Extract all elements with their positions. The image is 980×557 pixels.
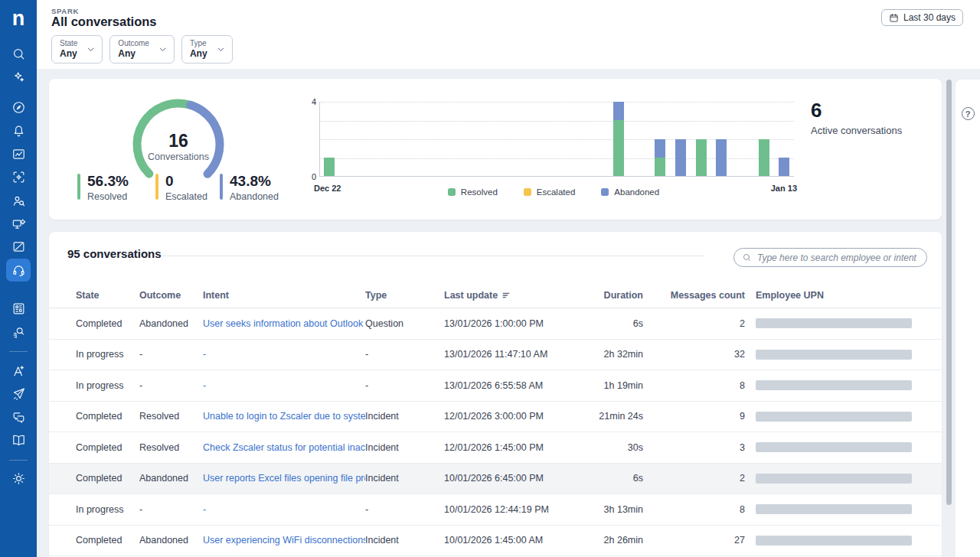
stat-resolved: 56.3% Resolved: [77, 174, 129, 202]
sidebar-item-discover[interactable]: [6, 96, 31, 118]
intent-link[interactable]: -: [203, 349, 206, 360]
bar-chart-plot-area: 4 0 Dec 22 Jan 13: [319, 102, 794, 177]
cell-messages-count: 9: [643, 411, 745, 422]
intent-link[interactable]: Unable to login to Zscaler due to syste.…: [203, 411, 365, 422]
sidebar-item-devices[interactable]: [6, 213, 31, 234]
sidebar-item-spark-conversations[interactable]: [6, 259, 31, 282]
bar-segment-resolved: [324, 158, 335, 176]
sidebar-item-library[interactable]: [6, 429, 31, 451]
help-icon[interactable]: ?: [962, 107, 975, 120]
cell-last-update: 12/01/2026 3:00:00 PM: [444, 411, 582, 422]
intent-link[interactable]: User reports Excel files opening file pr…: [203, 473, 365, 484]
table-row[interactable]: CompletedAbandonedUser reports Excel fil…: [49, 464, 942, 495]
sidebar-item-campaigns[interactable]: [6, 236, 31, 257]
cell-messages-count: 8: [643, 504, 745, 515]
column-header-state[interactable]: State: [76, 290, 139, 301]
sidebar-item-engage[interactable]: [6, 406, 31, 428]
device-gear-icon: [11, 217, 26, 231]
column-header-duration[interactable]: Duration: [582, 290, 643, 301]
table-row[interactable]: CompletedAbandonedUser seeks information…: [49, 308, 942, 340]
cell-duration: 1h 19min: [582, 380, 643, 391]
cell-employee-upn: [745, 318, 912, 328]
cell-intent: User seeks information about Outlook ...: [203, 318, 365, 329]
sidebar-item-ai-assist[interactable]: [6, 66, 31, 87]
cell-duration: 3h 13min: [582, 504, 643, 515]
cell-intent: Check Zscaler status for potential inact…: [203, 442, 365, 453]
cell-last-update: 10/01/2026 12:44:19 PM: [444, 504, 582, 515]
stacked-bar: [324, 102, 335, 176]
sidebar-item-alerts[interactable]: [6, 119, 31, 141]
sidebar-item-adoption[interactable]: [6, 360, 31, 381]
cell-employee-upn: [745, 442, 912, 452]
sidebar-item-settings[interactable]: [6, 467, 31, 489]
column-header-outcome[interactable]: Outcome: [139, 290, 203, 301]
title-divider: [161, 256, 704, 256]
intent-link[interactable]: -: [203, 380, 206, 391]
sidebar-item-launch[interactable]: [6, 383, 31, 404]
stacked-bar: [696, 102, 707, 176]
sidebar-item-applications[interactable]: [6, 298, 31, 319]
stacked-bar: [759, 102, 769, 176]
stat-value: 56.3%: [87, 174, 129, 189]
cell-last-update: 10/01/2026 6:45:00 PM: [444, 473, 582, 484]
cell-outcome: -: [139, 504, 203, 515]
table-row[interactable]: CompletedResolvedCheck Zscaler status fo…: [49, 432, 942, 464]
cell-type: -: [365, 504, 444, 515]
filter-outcome[interactable]: Outcome Any: [109, 35, 175, 64]
cell-employee-upn: [745, 412, 912, 422]
sidebar-item-employee-search[interactable]: [6, 190, 31, 211]
cell-employee-upn: [745, 350, 912, 360]
employee-upn-redacted-bar: [756, 504, 912, 514]
conversations-table-body: CompletedAbandonedUser seeks information…: [49, 308, 942, 556]
intent-link[interactable]: User experiencing WiFi disconnections: [203, 535, 365, 546]
cell-state: Completed: [76, 535, 139, 546]
conversations-card: 95 conversations State Outcome Intent Ty…: [49, 232, 942, 557]
sidebar-item-dashboards[interactable]: [6, 143, 31, 164]
filter-label: Type: [190, 39, 207, 47]
column-header-employee-upn[interactable]: Employee UPN: [745, 290, 912, 301]
table-row[interactable]: CompletedAbandonedUser experiencing WiFi…: [49, 526, 942, 557]
column-header-intent[interactable]: Intent: [203, 290, 365, 301]
column-header-last-update[interactable]: Last update: [444, 290, 582, 301]
intent-link[interactable]: User seeks information about Outlook ...: [203, 318, 365, 329]
intent-link[interactable]: Check Zscaler status for potential inact…: [203, 442, 365, 453]
legend-label: Escalated: [537, 187, 576, 197]
table-row[interactable]: In progress---13/01/2026 6:55:58 AM1h 19…: [49, 370, 942, 402]
vertical-scrollbar-thumb[interactable]: [946, 80, 952, 505]
column-header-messages-count[interactable]: Messages count: [643, 290, 745, 301]
active-conversations: 6 Active conversations: [811, 99, 902, 136]
cell-messages-count: 2: [643, 473, 745, 484]
table-row[interactable]: In progress---13/01/2026 11:47:10 AM2h 3…: [49, 340, 942, 371]
cell-outcome: Abandoned: [139, 535, 203, 546]
date-range-button[interactable]: Last 30 days: [881, 9, 963, 26]
nexthink-logo[interactable]: n: [0, 3, 37, 34]
table-row[interactable]: In progress---10/01/2026 12:44:19 PM3h 1…: [49, 494, 942, 526]
intent-link[interactable]: -: [203, 504, 206, 515]
sidebar-item-search[interactable]: [6, 43, 31, 64]
cell-outcome: Abandoned: [139, 318, 203, 329]
stat-label: Abandoned: [230, 191, 279, 202]
cell-outcome: Resolved: [139, 442, 203, 453]
cell-state: In progress: [76, 504, 139, 515]
legend-swatch: [601, 188, 609, 196]
bar-segment-abandoned: [779, 158, 789, 176]
sidebar-item-investigations[interactable]: [6, 321, 31, 343]
column-header-type[interactable]: Type: [365, 290, 444, 301]
filter-type[interactable]: Type Any: [181, 35, 233, 64]
search-input[interactable]: [757, 252, 919, 263]
cell-employee-upn: [745, 504, 912, 514]
filter-state[interactable]: State Any: [51, 35, 103, 64]
sidebar-divider: [9, 351, 28, 352]
sidebar-item-diagnose[interactable]: [6, 166, 31, 187]
filter-value: Any: [118, 48, 149, 59]
gauge-label: Conversations: [128, 151, 229, 162]
sidebar-divider: [9, 460, 28, 461]
table-row[interactable]: CompletedResolvedUnable to login to Zsca…: [49, 402, 942, 433]
y-axis-tick-max: 4: [312, 97, 316, 106]
search-box[interactable]: [733, 248, 927, 267]
stacked-bar: [675, 102, 686, 176]
cell-employee-upn: [745, 536, 912, 546]
stat-label: Escalated: [165, 191, 207, 202]
top-bar: SPARK All conversations State Any Outcom…: [37, 0, 980, 69]
apps-grid-icon: [11, 301, 26, 316]
